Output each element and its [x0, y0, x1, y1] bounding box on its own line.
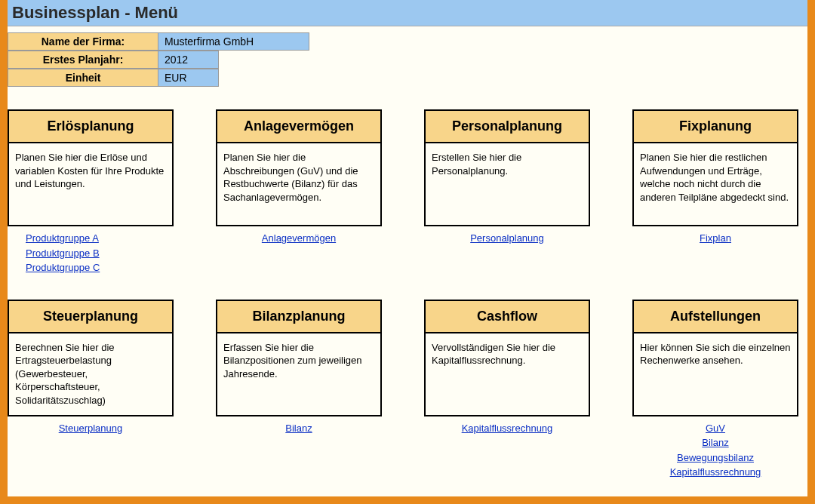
link-kapitalflussrechnung-2[interactable]: Kapitalflussrechnung	[632, 465, 798, 480]
card-title: Aufstellungen	[632, 300, 798, 333]
card-body: Planen Sie hier die Abschreibungen (GuV)…	[216, 143, 382, 226]
meta-label-unit: Einheit	[8, 69, 158, 87]
card-cashflow: Cashflow Vervollständigen Sie hier die K…	[424, 300, 590, 480]
link-kapitalflussrechnung[interactable]: Kapitalflussrechnung	[424, 421, 590, 436]
card-body: Planen Sie hier die restlichen Aufwendun…	[632, 143, 798, 226]
meta-value-company[interactable]: Musterfirma GmbH	[158, 32, 309, 51]
card-anlagevermoegen: Anlagevermögen Planen Sie hier die Absch…	[216, 109, 382, 275]
page-title: Businessplan - Menü	[8, 0, 807, 26]
card-title: Personalplanung	[424, 109, 590, 143]
card-title: Bilanzplanung	[216, 300, 382, 333]
link-bilanz-2[interactable]: Bilanz	[632, 435, 798, 450]
card-title: Cashflow	[424, 300, 590, 333]
card-title: Anlagevermögen	[216, 109, 382, 143]
meta-value-unit[interactable]: EUR	[158, 69, 219, 87]
meta-label-company: Name der Firma:	[8, 32, 158, 51]
meta-row-company: Name der Firma: Musterfirma GmbH	[8, 32, 807, 51]
link-bewegungsbilanz[interactable]: Bewegungsbilanz	[632, 450, 798, 466]
link-produktgruppe-b[interactable]: Produktgruppe B	[26, 246, 174, 261]
card-links: Produktgruppe A Produktgruppe B Produktg…	[8, 226, 174, 275]
card-links: Personalplanung	[424, 226, 590, 246]
card-links: Steuerplanung	[8, 416, 174, 436]
meta-row-unit: Einheit EUR	[8, 69, 807, 87]
meta-row-year: Erstes Planjahr: 2012	[8, 51, 807, 69]
meta-value-year[interactable]: 2012	[158, 51, 219, 69]
card-aufstellungen: Aufstellungen Hier können Sie sich die e…	[632, 300, 798, 480]
card-personalplanung: Personalplanung Erstellen Sie hier die P…	[424, 109, 590, 275]
link-bilanz[interactable]: Bilanz	[216, 421, 382, 436]
card-links: GuV Bilanz Bewegungsbilanz Kapitalflussr…	[632, 416, 798, 480]
card-steuerplanung: Steuerplanung Berechnen Sie hier die Ert…	[8, 300, 174, 480]
link-fixplan[interactable]: Fixplan	[632, 231, 798, 246]
card-body: Hier können Sie sich die einzelnen Reche…	[632, 333, 798, 416]
card-links: Kapitalflussrechnung	[424, 416, 590, 436]
card-body: Vervollständigen Sie hier die Kapitalflu…	[424, 333, 590, 416]
card-title: Fixplanung	[632, 109, 798, 143]
link-produktgruppe-a[interactable]: Produktgruppe A	[26, 231, 174, 246]
card-row-bottom: Steuerplanung Berechnen Sie hier die Ert…	[8, 300, 807, 490]
link-produktgruppe-c[interactable]: Produktgruppe C	[26, 260, 174, 275]
page-frame: Businessplan - Menü Name der Firma: Must…	[0, 0, 815, 504]
card-body: Erfassen Sie hier die Bilanzpositionen z…	[216, 333, 382, 416]
card-row-top: Erlösplanung Planen Sie hier die Erlöse …	[8, 109, 807, 286]
card-title: Steuerplanung	[8, 300, 174, 333]
card-body: Planen Sie hier die Erlöse und variablen…	[8, 143, 174, 226]
card-links: Fixplan	[632, 226, 798, 246]
link-personalplanung[interactable]: Personalplanung	[424, 231, 590, 246]
card-links: Bilanz	[216, 416, 382, 436]
meta-label-year: Erstes Planjahr:	[8, 51, 158, 69]
link-anlagevermoegen[interactable]: Anlagevermögen	[216, 231, 382, 246]
card-fixplanung: Fixplanung Planen Sie hier die restliche…	[632, 109, 798, 275]
link-guv[interactable]: GuV	[632, 421, 798, 436]
link-steuerplanung[interactable]: Steuerplanung	[8, 421, 174, 436]
card-title: Erlösplanung	[8, 109, 174, 143]
card-links: Anlagevermögen	[216, 226, 382, 246]
meta-block: Name der Firma: Musterfirma GmbH Erstes …	[8, 26, 807, 96]
card-body: Erstellen Sie hier die Personalplanung.	[424, 143, 590, 226]
card-body: Berechnen Sie hier die Ertragsteuerbelas…	[8, 333, 174, 416]
card-erloesplanung: Erlösplanung Planen Sie hier die Erlöse …	[8, 109, 174, 275]
card-bilanzplanung: Bilanzplanung Erfassen Sie hier die Bila…	[216, 300, 382, 480]
